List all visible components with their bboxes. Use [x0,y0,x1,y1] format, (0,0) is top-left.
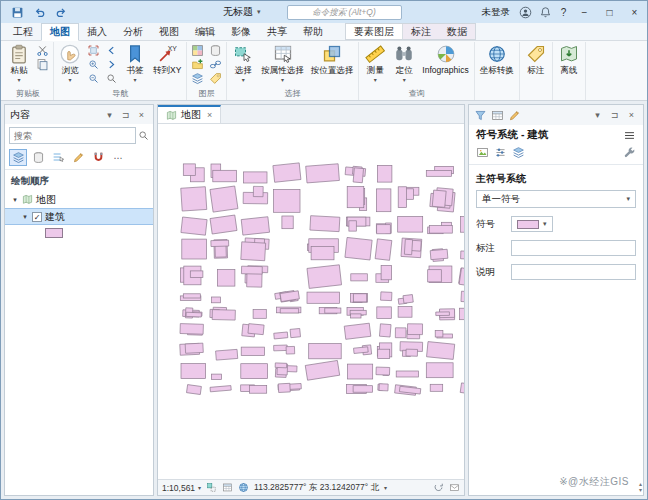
pane-close-icon[interactable]: × [135,110,148,120]
select-by-location-button[interactable]: 按位置选择 [308,43,357,78]
next-extent-button[interactable] [103,57,120,71]
attribute-table-icon[interactable] [222,482,233,493]
symbology-tab-icons [469,143,643,165]
coordinates-caret-icon[interactable]: ▾ [384,484,387,491]
cut-button[interactable] [34,43,51,57]
explore-button[interactable]: 浏览 ▾ [56,43,84,84]
add-preset-button[interactable] [189,71,206,85]
redo-button[interactable] [51,3,71,21]
title-caret-icon[interactable]: ▾ [257,8,261,16]
symbol-swatch-button[interactable]: ▾ [511,216,553,232]
expander-icon[interactable]: ▾ [11,196,19,204]
help-button[interactable]: ? [555,7,572,18]
tab-feature-layer[interactable]: 要素图层 [346,24,403,39]
map-tab-close-button[interactable]: × [207,110,212,120]
description-input[interactable] [511,264,636,280]
add-database-button[interactable] [207,43,224,57]
pane-menu-icon[interactable]: ▾ [591,110,604,120]
save-button[interactable] [7,3,27,21]
infographics-button[interactable]: Infographics [419,43,471,76]
add-data-button[interactable] [189,57,206,71]
tab-labeling[interactable]: 标注 [403,24,439,39]
notifications-tray-icon[interactable] [449,482,460,493]
layer-visibility-checkbox[interactable]: ✓ [32,212,42,222]
more-lists-button[interactable]: ⋯ [109,149,127,166]
close-button[interactable]: × [622,1,647,23]
spatial-reference-icon[interactable] [238,482,249,493]
building-symbol-swatch[interactable] [45,228,63,238]
scroll-down-icon[interactable]: ▾ [639,487,642,493]
full-extent-button[interactable] [85,43,102,57]
add-link-button[interactable] [207,57,224,71]
tab-help[interactable]: 帮助 [295,23,331,40]
expander-icon[interactable]: ▾ [21,213,29,221]
labeling-button[interactable]: 标注 [522,43,550,78]
properties-tab-icon[interactable] [494,146,507,159]
label-input[interactable] [511,240,636,256]
pane-close-icon[interactable]: × [625,110,638,120]
search-icon[interactable] [138,130,149,141]
primary-symbology-header: 主符号系统 [469,165,643,190]
map-view-tab[interactable]: 地图 × [158,105,221,123]
view-tab-strip: 地图 × [158,105,464,124]
pane-pin-icon[interactable]: ⊐ [119,110,132,120]
list-by-snapping-button[interactable] [89,149,107,166]
copy-button[interactable] [34,57,51,71]
undo-button[interactable] [29,3,49,21]
login-status[interactable]: 未登录 [482,6,511,19]
table-icon[interactable] [491,109,504,122]
tab-map[interactable]: 地图 [41,23,79,41]
notifications-button[interactable] [535,3,555,21]
tab-project[interactable]: 工程 [5,23,41,40]
symbol-layers-tab-icon[interactable] [512,146,525,159]
list-by-selection-button[interactable] [49,149,67,166]
list-by-source-button[interactable] [29,149,47,166]
measure-button[interactable]: 测量 ▾ [361,43,389,84]
bookmarks-button[interactable]: 书签 ▾ [121,43,149,84]
offline-button[interactable]: 离线 [555,43,583,78]
format-symbol-icon[interactable] [623,146,636,159]
tab-view[interactable]: 视图 [151,23,187,40]
zoom-in-button[interactable] [85,57,102,71]
coordinate-conversion-button[interactable]: 坐标转换 [477,43,517,78]
command-search-input[interactable] [287,5,402,20]
map-canvas[interactable] [158,124,464,479]
add-label-class-button[interactable] [207,71,224,85]
select-button[interactable]: 选择 ▾ [229,43,257,84]
basemap-button[interactable] [189,43,206,57]
contents-search-input[interactable] [9,127,136,144]
paste-button[interactable]: 粘贴 ▾ [5,43,33,84]
tree-item-building-layer[interactable]: ▾ ✓ 建筑 [5,208,153,225]
maximize-button[interactable]: □ [597,1,622,23]
pane-options-menu-icon[interactable] [623,129,636,142]
select-by-attributes-button[interactable]: 按属性选择 ▾ [258,43,307,84]
previous-extent-button[interactable] [103,43,120,57]
list-by-drawing-order-button[interactable] [9,149,27,166]
symbology-type-select[interactable]: 单一符号 ▾ [476,190,636,208]
minimize-button[interactable]: − [572,1,597,23]
map-scale-select[interactable]: 1:10,561 ▾ [162,483,201,493]
list-by-editing-button[interactable] [69,149,87,166]
tab-data[interactable]: 数据 [439,24,475,39]
tab-edit[interactable]: 编辑 [187,23,223,40]
go-to-xy-button[interactable]: XY 转到XY [150,43,184,78]
label-tag-icon [526,44,546,64]
pane-menu-icon[interactable]: ▾ [103,110,116,120]
tab-share[interactable]: 共享 [259,23,295,40]
refresh-icon[interactable] [433,482,444,493]
pane-scroll-buttons[interactable]: ▴ ▾ [639,481,642,493]
selection-status-icon[interactable] [206,482,217,493]
edit-icon[interactable] [508,109,521,122]
tab-imagery[interactable]: 影像 [223,23,259,40]
tree-item-map[interactable]: ▾ 地图 [5,191,153,208]
filter-icon[interactable] [474,109,487,122]
locate-button[interactable]: 定位 ▾ [390,43,418,84]
pane-pin-icon[interactable]: ⊐ [608,110,621,120]
gallery-tab-icon[interactable] [476,146,489,159]
zoom-out-button[interactable] [85,71,102,85]
fixed-zoom-button[interactable] [103,71,120,85]
group-label-selection: 选择 [228,88,357,100]
tab-insert[interactable]: 插入 [79,23,115,40]
tab-analysis[interactable]: 分析 [115,23,151,40]
account-button[interactable] [515,3,535,21]
